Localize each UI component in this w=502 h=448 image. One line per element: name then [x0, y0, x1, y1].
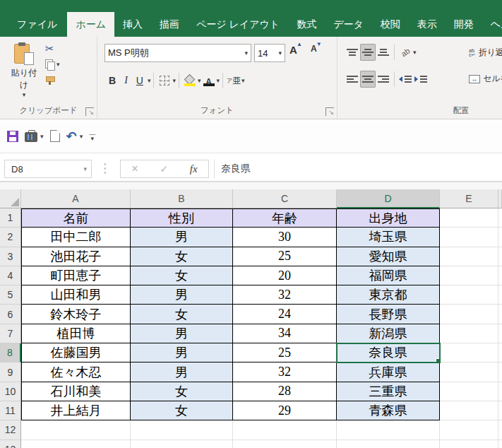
name-box[interactable]: D8 ▾: [4, 160, 92, 178]
cell-B10[interactable]: 女: [131, 382, 233, 401]
formula-input[interactable]: 奈良県: [214, 160, 502, 178]
copy-dropdown-icon[interactable]: ▾: [56, 61, 60, 68]
cell-C5[interactable]: 32: [233, 285, 337, 305]
cell-D10[interactable]: 三重県: [337, 382, 440, 401]
shrink-font-button[interactable]: A▼: [311, 44, 317, 54]
select-all-corner[interactable]: [0, 189, 21, 208]
cell-D13[interactable]: [337, 440, 440, 448]
toolbox-icon[interactable]: [25, 132, 37, 142]
cell-B5[interactable]: 男: [131, 285, 233, 305]
cell-C4[interactable]: 20: [233, 266, 337, 285]
cell-E9[interactable]: [440, 362, 498, 382]
cell-A5[interactable]: 山田和男: [21, 285, 131, 305]
borders-button[interactable]: [157, 72, 172, 89]
font-name-combo[interactable]: MS P明朝 ▾: [104, 44, 251, 62]
cell-A10[interactable]: 石川和美: [21, 382, 131, 401]
align-bottom-button[interactable]: [376, 44, 391, 61]
cell-D8[interactable]: 奈良県: [337, 343, 440, 362]
font-color-dropdown-icon[interactable]: ▾: [217, 77, 220, 84]
cell-D4[interactable]: 福岡県: [337, 266, 440, 285]
formula-bar-resize-handle[interactable]: •••: [104, 163, 107, 175]
phonetic-guide-button[interactable]: ア亜: [226, 72, 241, 89]
col-header-A[interactable]: A: [21, 189, 131, 208]
underline-button[interactable]: U: [132, 72, 148, 89]
enter-icon[interactable]: ✓: [160, 163, 168, 175]
cell-C13[interactable]: [233, 440, 337, 448]
font-name-dropdown-icon[interactable]: ▾: [244, 49, 248, 57]
cut-icon[interactable]: ✂: [45, 42, 54, 55]
underline-dropdown-icon[interactable]: ▾: [148, 77, 151, 84]
bold-button[interactable]: B: [104, 72, 120, 89]
cell-B7[interactable]: 男: [131, 324, 233, 343]
align-center-button[interactable]: [360, 71, 376, 88]
increase-indent-button[interactable]: [413, 71, 429, 88]
cell-E13[interactable]: [440, 440, 498, 448]
cell-D7[interactable]: 新潟県: [337, 324, 440, 343]
new-document-icon[interactable]: [50, 130, 60, 142]
align-left-button[interactable]: [345, 71, 360, 88]
cell-A2[interactable]: 田中二郎: [21, 228, 131, 247]
cell-E5[interactable]: [440, 285, 498, 305]
cell-C10[interactable]: 28: [233, 382, 337, 401]
cell-E4[interactable]: [440, 266, 498, 285]
paste-button[interactable]: 貼り付け ▾: [7, 42, 41, 98]
tab-view[interactable]: 表示: [409, 12, 446, 37]
cell-D11[interactable]: 青森県: [337, 401, 440, 420]
align-top-button[interactable]: [345, 44, 360, 61]
cell-D6[interactable]: 長野県: [337, 305, 440, 324]
cell-B13[interactable]: [131, 440, 233, 448]
col-header-D[interactable]: D: [337, 189, 440, 208]
tab-file[interactable]: ファイル: [7, 12, 67, 37]
font-size-combo[interactable]: 14 ▾: [254, 44, 285, 62]
toolbox-dropdown-icon[interactable]: ▾: [40, 133, 44, 140]
wrap-text-button[interactable]: ab c↵ 折り返: [469, 47, 502, 59]
font-size-dropdown-icon[interactable]: ▾: [278, 49, 282, 57]
tab-page-layout[interactable]: ページ レイアウト: [188, 12, 288, 37]
orientation-dropdown-icon[interactable]: ▾: [413, 49, 417, 56]
cell-C8[interactable]: 25: [233, 343, 337, 362]
cell-B2[interactable]: 男: [131, 228, 233, 247]
borders-dropdown-icon[interactable]: ▾: [172, 77, 176, 84]
cell-D12[interactable]: [337, 420, 440, 440]
row-header-8[interactable]: 8: [0, 343, 21, 362]
merge-cells-button[interactable]: ↔ セルを: [469, 73, 502, 85]
orientation-button[interactable]: ab: [398, 44, 413, 61]
cell-C1[interactable]: 年齢: [233, 208, 337, 228]
cell-C7[interactable]: 34: [233, 324, 337, 343]
cell-C2[interactable]: 30: [233, 228, 337, 247]
cell-D1[interactable]: 出身地: [337, 208, 440, 228]
tab-insert[interactable]: 挿入: [114, 12, 151, 37]
tab-data[interactable]: データ: [325, 12, 372, 37]
tab-developer[interactable]: 開発: [446, 12, 482, 37]
undo-icon[interactable]: ↶: [66, 131, 77, 142]
row-header-6[interactable]: 6: [0, 305, 21, 324]
cell-E7[interactable]: [440, 324, 498, 343]
grow-font-button[interactable]: A▲: [289, 44, 297, 56]
row-header-2[interactable]: 2: [0, 228, 21, 247]
format-painter-icon[interactable]: [45, 76, 54, 85]
cell-A12[interactable]: [21, 420, 131, 440]
cell-A9[interactable]: 佐々木忍: [21, 362, 131, 382]
cell-B4[interactable]: 女: [131, 266, 233, 285]
cell-C3[interactable]: 25: [233, 247, 337, 266]
cell-B1[interactable]: 性別: [131, 208, 233, 228]
name-box-dropdown-icon[interactable]: ▾: [83, 165, 87, 172]
cell-A3[interactable]: 池田花子: [21, 247, 131, 266]
cell-D3[interactable]: 愛知県: [337, 247, 440, 266]
font-color-button[interactable]: A: [201, 72, 217, 89]
decrease-indent-button[interactable]: [398, 71, 413, 88]
cell-C6[interactable]: 24: [233, 305, 337, 324]
cell-B12[interactable]: [131, 420, 233, 440]
col-header-B[interactable]: B: [131, 189, 233, 208]
row-header-4[interactable]: 4: [0, 266, 21, 285]
cell-E12[interactable]: [440, 420, 498, 440]
undo-dropdown-icon[interactable]: ▾: [80, 133, 83, 140]
tab-help[interactable]: ヘルプ: [482, 12, 502, 37]
cell-B6[interactable]: 女: [131, 305, 233, 324]
row-header-5[interactable]: 5: [0, 285, 21, 305]
cell-A1[interactable]: 名前: [21, 208, 131, 228]
row-header-13[interactable]: 13: [0, 440, 21, 448]
cell-D9[interactable]: 兵庫県: [337, 362, 440, 382]
cell-D5[interactable]: 東京都: [337, 285, 440, 305]
align-middle-button[interactable]: [360, 44, 376, 61]
